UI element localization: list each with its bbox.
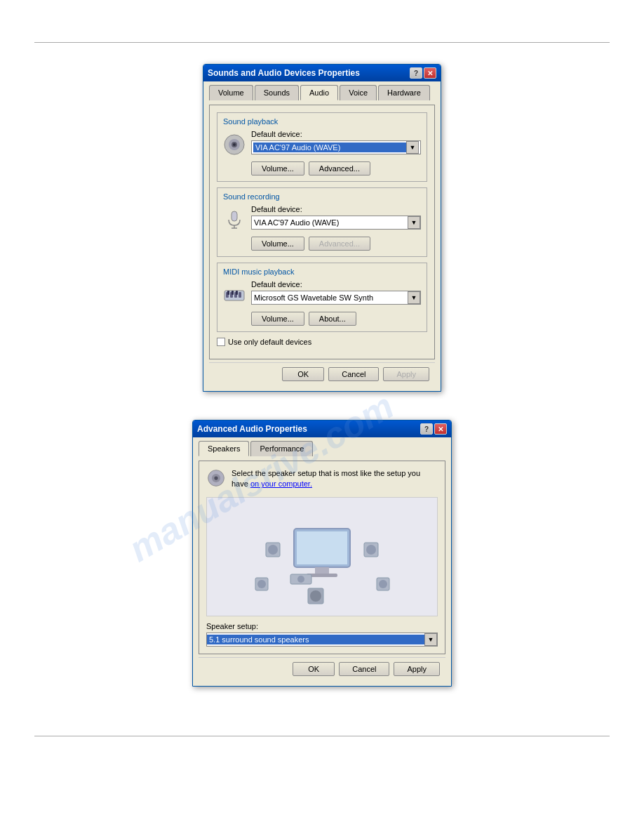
sound-playback-dropdown-row: VIA AC'97 Audio (WAVE) ▼ (251, 140, 421, 154)
speaker-image-area (206, 497, 438, 616)
tab-voice[interactable]: Voice (340, 85, 377, 100)
midi-playback-dropdown[interactable]: Microsoft GS Wavetable SW Synth ▼ (251, 291, 421, 305)
sound-recording-right: Default device: VIA AC'97 Audio (WAVE) ▼ (251, 205, 421, 234)
sound-playback-row: Default device: VIA AC'97 Audio (WAVE) ▼ (223, 130, 421, 159)
dialog1-tab-content: Sound playback Default de (209, 105, 435, 359)
bottom-rule (34, 736, 610, 736)
sound-playback-volume-btn[interactable]: Volume... (251, 161, 304, 176)
sound-recording-dropdown-row: VIA AC'97 Audio (WAVE) ▼ (251, 216, 421, 230)
sound-recording-advanced-btn[interactable]: Advanced... (309, 237, 370, 251)
sound-recording-btn-row: Volume... Advanced... (223, 237, 421, 251)
dialog1-ok-btn[interactable]: OK (282, 367, 324, 381)
page-container: Sounds and Audio Devices Properties ? ✕ … (0, 0, 644, 834)
dialog1-titlebar: Sounds and Audio Devices Properties ? ✕ (203, 65, 441, 81)
dialog1-tabs-area: Volume Sounds Audio Voice Hardware (203, 81, 441, 100)
midi-playback-selected: Microsoft GS Wavetable SW Synth (252, 293, 408, 303)
svg-point-27 (257, 580, 266, 588)
speaker-setup-label: Speaker setup: (206, 622, 438, 630)
tab-performance[interactable]: Performance (250, 441, 313, 456)
dialog2-titlebar: Advanced Audio Properties ? ✕ (193, 421, 451, 437)
advanced-audio-dialog: Advanced Audio Properties ? ✕ Speakers P… (192, 420, 452, 687)
dialog2-tabs-area: Speakers Performance (193, 437, 451, 456)
midi-playback-btn-row: Volume... About... (223, 312, 421, 326)
sound-recording-volume-btn[interactable]: Volume... (251, 237, 304, 251)
speaker-desc-link: on your computer. (250, 479, 312, 488)
midi-playback-volume-btn[interactable]: Volume... (251, 312, 304, 326)
microphone-icon (223, 208, 246, 231)
speaker-setup-dropdown[interactable]: 5.1 surround sound speakers ▼ (206, 633, 438, 647)
sound-recording-title: Sound recording (223, 192, 421, 201)
sound-recording-selected: VIA AC'97 Audio (WAVE) (252, 218, 408, 227)
dialog2-tab-content: Select the speaker setup that is most li… (199, 461, 445, 654)
sound-recording-dropdown-arrow[interactable]: ▼ (408, 216, 420, 229)
sound-recording-row: Default device: VIA AC'97 Audio (WAVE) ▼ (223, 205, 421, 234)
dialog1-cancel-btn[interactable]: Cancel (328, 367, 379, 381)
svg-rect-12 (227, 291, 229, 295)
svg-point-31 (310, 590, 321, 602)
sound-playback-selected: VIA AC'97 Audio (WAVE) (253, 143, 406, 152)
dialog2-cancel-btn[interactable]: Cancel (339, 662, 389, 676)
dialog1-titlebar-buttons: ? ✕ (410, 67, 436, 79)
speaker-icon-small (206, 468, 226, 489)
midi-playback-section: MIDI music playback (217, 263, 427, 332)
svg-point-29 (379, 580, 387, 588)
sound-playback-right: Default device: VIA AC'97 Audio (WAVE) ▼ (251, 130, 421, 159)
midi-playback-dropdown-arrow[interactable]: ▼ (408, 291, 420, 304)
svg-rect-4 (232, 211, 237, 221)
svg-point-25 (366, 545, 376, 555)
sound-playback-btn-row: Volume... Advanced... (223, 161, 421, 176)
svg-point-23 (268, 545, 278, 555)
tab-speakers[interactable]: Speakers (199, 441, 249, 456)
dialog2-close-button[interactable]: ✕ (434, 423, 447, 435)
tab-volume[interactable]: Volume (209, 85, 253, 100)
svg-rect-11 (239, 292, 241, 298)
dialog2-titlebar-buttons: ? ✕ (420, 423, 447, 435)
speaker-setup-row: Speaker setup: 5.1 surround sound speake… (206, 622, 438, 647)
default-devices-label: Use only default devices (228, 338, 311, 346)
sound-recording-dropdown[interactable]: VIA AC'97 Audio (WAVE) ▼ (251, 216, 421, 230)
dialog2-ok-btn[interactable]: OK (293, 662, 335, 676)
midi-playback-row: Default device: Microsoft GS Wavetable S… (223, 280, 421, 309)
dialog1-close-button[interactable]: ✕ (424, 67, 436, 79)
sound-playback-title: Sound playback (223, 117, 421, 126)
sound-playback-dropdown[interactable]: VIA AC'97 Audio (WAVE) ▼ (251, 140, 421, 154)
dialog2-body: Select the speaker setup that is most li… (193, 455, 451, 686)
default-devices-checkbox-row: Use only default devices (217, 338, 427, 346)
svg-point-33 (297, 576, 304, 583)
svg-point-3 (233, 143, 236, 146)
dialog1-tabs: Volume Sounds Audio Voice Hardware (206, 84, 438, 100)
svg-rect-13 (232, 291, 234, 295)
svg-rect-20 (315, 567, 329, 574)
svg-rect-14 (236, 291, 238, 295)
sound-playback-advanced-btn[interactable]: Advanced... (309, 161, 370, 176)
sound-playback-dropdown-arrow[interactable]: ▼ (406, 141, 419, 154)
tab-hardware[interactable]: Hardware (378, 85, 430, 100)
midi-playback-title: MIDI music playback (223, 267, 421, 276)
midi-playback-about-btn[interactable]: About... (309, 312, 356, 326)
dialog1-apply-btn[interactable]: Apply (383, 367, 429, 381)
sound-playback-label: Default device: (251, 130, 421, 138)
sounds-audio-dialog: Sounds and Audio Devices Properties ? ✕ … (203, 64, 441, 392)
speaker-setup-dropdown-arrow[interactable]: ▼ (424, 633, 437, 646)
sound-playback-section: Sound playback Default de (217, 112, 427, 182)
tab-audio[interactable]: Audio (300, 85, 338, 100)
midi-playback-right: Default device: Microsoft GS Wavetable S… (251, 280, 421, 309)
speaker-description-text: Select the speaker setup that is most li… (232, 468, 438, 490)
dialog2-title: Advanced Audio Properties (197, 424, 307, 434)
dialog2-help-button[interactable]: ? (420, 423, 433, 435)
tab-sounds[interactable]: Sounds (255, 85, 299, 100)
midi-playback-dropdown-row: Microsoft GS Wavetable SW Synth ▼ (251, 291, 421, 305)
dialog1-help-button[interactable]: ? (410, 67, 422, 79)
svg-point-17 (214, 476, 217, 479)
dialog2-footer: OK Cancel Apply (199, 657, 445, 680)
dialog2-tabs: Speakers Performance (196, 440, 448, 456)
speaker-setup-value: 5.1 surround sound speakers (207, 635, 424, 644)
midi-playback-label: Default device: (251, 280, 421, 289)
sound-recording-label: Default device: (251, 205, 421, 213)
speaker-icon (223, 133, 246, 156)
sound-recording-section: Sound recording Default d (217, 187, 427, 257)
dialog1-body: Sound playback Default de (203, 99, 441, 391)
dialog1-title: Sounds and Audio Devices Properties (208, 68, 360, 78)
default-devices-checkbox[interactable] (217, 338, 225, 346)
dialog2-apply-btn[interactable]: Apply (394, 662, 440, 676)
